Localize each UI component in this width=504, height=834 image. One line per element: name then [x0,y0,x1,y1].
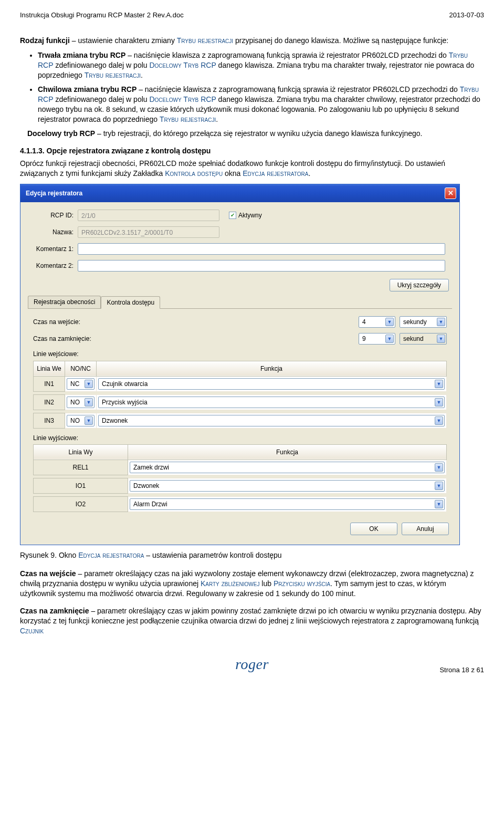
tab-panel-kontrola-dostepu: Czas na wejście: 4▼ sekundy▼ Czas na zam… [28,309,452,517]
list-item: Chwilowa zmiana trybu RCP – naciśnięcie … [38,85,484,124]
funkcja-select[interactable]: Dzwonek▼ [130,480,445,492]
nazwa-field: PR602LCDv2.3.1517_2/0001/T0 [78,226,219,238]
col-nonc: NO/NC [65,361,97,376]
paragraph-rodzaj-funkcji: Rodzaj funkcji – ustawienie charakteru z… [20,36,484,46]
table-row: IO2 Alarm Drzwi▼ [34,497,447,512]
nonc-select[interactable]: NO▼ [67,415,94,426]
chevron-down-icon: ▼ [85,380,93,388]
label: Rodzaj funkcji [20,36,70,45]
table-row: IO1 Dzwonek▼ [34,478,447,494]
chevron-down-icon: ▼ [85,416,93,425]
rcp-id-field: 2/1/0 [78,210,219,221]
komentarz1-input[interactable] [78,243,445,255]
figure-caption: Rysunek 9. Okno Edycja rejestratora – us… [20,550,484,560]
anuluj-button[interactable]: Anuluj [402,523,449,535]
list-item: Trwała zmiana trybu RCP – naciśnięcie kl… [38,50,484,80]
chevron-down-icon: ▼ [385,318,394,326]
col-funkcja: Funkcja [97,361,447,376]
col-linia-we: Linia We [34,361,65,376]
window-title: Edycja rejestratora [26,189,82,197]
table-row: IN1 NC▼ Czujnik otwarcia▼ [34,376,447,391]
label-linie-wy: Linie wyjściowe: [33,434,447,442]
titlebar[interactable]: Edycja rejestratora ✕ [20,184,459,202]
funkcja-select[interactable]: Zamek drzwi▼ [130,462,445,473]
chevron-down-icon: ▼ [435,416,443,425]
label-nazwa: Nazwa: [28,228,78,236]
term: Trybu rejestracji [177,36,233,45]
table-row: REL1 Zamek drzwi▼ [34,460,447,475]
section-heading: 4.1.1.3. Opcje rejestratora związane z k… [20,146,484,156]
paragraph-opcje: Oprócz funkcji rejestracji obecności, PR… [20,159,484,179]
chevron-down-icon: ▼ [437,318,445,326]
czas-we-value-select[interactable]: 4▼ [359,316,395,328]
page-number: Strona 18 z 61 [269,665,484,675]
label-czas-we: Czas na wejście: [33,318,107,326]
funkcja-select[interactable]: Alarm Drzwi▼ [130,498,445,510]
col-funkcja: Funkcja [128,444,447,460]
doc-title: Instrukcja Obsługi Programu RCP Master 2… [20,11,184,20]
function-list: Trwała zmiana trybu RCP – naciśnięcie kl… [20,50,484,124]
chevron-down-icon: ▼ [435,463,443,472]
czas-zam-unit-select[interactable]: sekund▼ [400,333,447,345]
doc-header: Instrukcja Obsługi Programu RCP Master 2… [20,11,484,20]
dialog-edycja-rejestratora: Edycja rejestratora ✕ RCP ID: 2/1/0 ✔ Ak… [20,184,460,545]
page-footer: roger Strona 18 z 61 [20,654,484,674]
table-row: IN3 NO▼ Dzwonek▼ [34,413,447,428]
col-linia-wy: Linia Wy [34,444,128,460]
doc-date: 2013-07-03 [449,11,485,20]
aktywny-label: Aktywny [238,211,262,220]
funkcja-select[interactable]: Czujnik otwarcia▼ [98,378,445,390]
label-komentarz2: Komentarz 2: [28,262,78,270]
tab-kontrola-dostepu[interactable]: Kontrola dostępu [101,296,160,309]
paragraph-czas-na-wejscie: Czas na wejście – parametr określający c… [20,569,484,599]
funkcja-select[interactable]: Przycisk wyjścia▼ [98,397,445,408]
label-czas-zam: Czas na zamknięcie: [33,335,107,343]
tabs: Rejestracja obecności Kontrola dostępu [28,296,452,309]
label-linie-we: Linie wejściowe: [33,350,447,358]
logo-roger: roger [235,654,269,674]
table-linie-wyjsciowe: Linia Wy Funkcja REL1 Zamek drzwi▼ IO1 D… [33,444,447,512]
ukryj-szczegoly-button[interactable]: Ukryj szczegóły [390,279,449,291]
czas-we-unit-select[interactable]: sekundy▼ [400,316,447,328]
komentarz2-input[interactable] [78,260,445,272]
chevron-down-icon: ▼ [85,398,93,406]
nonc-select[interactable]: NO▼ [67,397,94,408]
label-rcp-id: RCP ID: [28,211,78,220]
table-linie-wejsciowe: Linia We NO/NC Funkcja IN1 NC▼ Czujnik o… [33,361,447,429]
label-komentarz1: Komentarz 1: [28,245,78,253]
czas-zam-value-select[interactable]: 9▼ [359,333,395,345]
nonc-select[interactable]: NC▼ [67,378,94,390]
paragraph-docelowy-tryb: Docelowy tryb RCP – tryb rejestracji, do… [27,129,484,139]
chevron-down-icon: ▼ [385,335,394,343]
paragraph-czas-na-zamkniecie: Czas na zamknięcie – parametr określając… [20,606,484,636]
close-icon[interactable]: ✕ [445,187,456,199]
chevron-down-icon: ▼ [435,380,443,388]
chevron-down-icon: ▼ [435,500,443,508]
aktywny-checkbox[interactable]: ✔ [229,212,236,219]
funkcja-select[interactable]: Dzwonek▼ [98,415,445,426]
table-row: IN2 NO▼ Przycisk wyjścia▼ [34,394,447,410]
chevron-down-icon: ▼ [437,335,445,343]
tab-rejestracja-obecnosci[interactable]: Rejestracja obecności [28,296,101,308]
chevron-down-icon: ▼ [435,398,443,406]
ok-button[interactable]: OK [350,523,397,535]
chevron-down-icon: ▼ [435,482,443,490]
